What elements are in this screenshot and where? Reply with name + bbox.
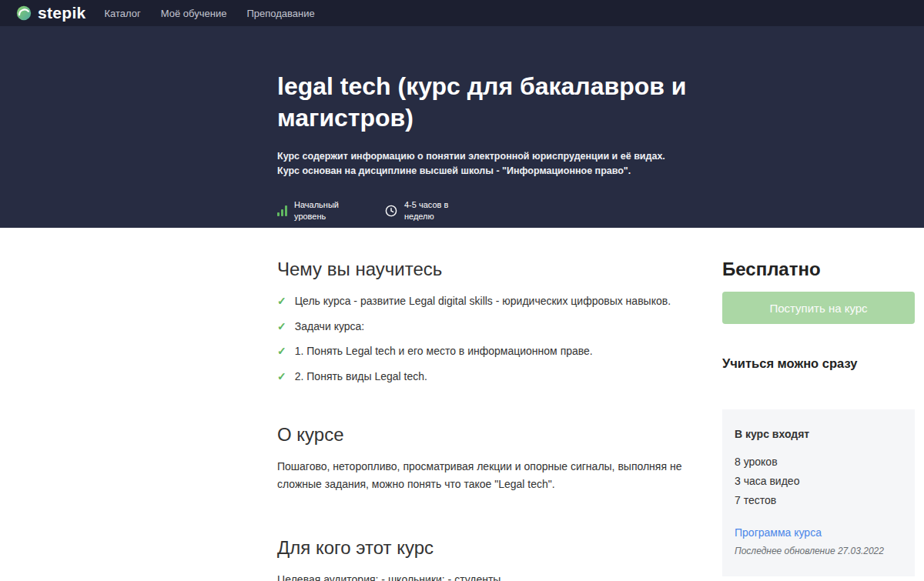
course-badges: Начальный уровень 4-5 часов в неделю [277,199,924,222]
includes-item-video: 3 часа видео [735,475,902,487]
learn-item-text: 2. Понять виды Legal tech. [295,369,427,385]
clock-icon [385,205,397,217]
stepik-logo[interactable]: stepik [15,5,86,22]
level-bars-icon [277,205,287,216]
course-hero: legal tech (курс для бакалавров и магист… [0,26,924,228]
learn-list-item: ✓ Задачи курса: [277,319,685,335]
includes-item-tests: 7 тестов [735,494,902,506]
check-icon: ✓ [277,319,286,335]
about-section-text: Пошагово, неторопливо, просматривая лекц… [277,458,685,493]
check-icon: ✓ [277,344,286,359]
start-anytime-note: Учиться можно сразу [722,356,915,371]
learn-list-item: ✓ 1. Понять Legal tech и его место в инф… [277,344,685,359]
learn-list-item: ✓ 2. Понять виды Legal tech. [277,369,685,385]
check-icon: ✓ [277,294,286,309]
level-badge-label: Начальный уровень [294,199,350,222]
nav-item-catalog[interactable]: Каталог [105,8,141,19]
price-label: Бесплатно [722,259,915,280]
course-title: legal tech (курс для бакалавров и магист… [277,71,708,134]
stepik-logo-text: stepik [38,5,86,21]
nav-item-teaching[interactable]: Преподавание [246,8,314,19]
last-updated-note: Последнее обновление 27.03.2022 [735,546,902,556]
audience-section: Для кого этот курс Целевая аудитория: - … [277,537,685,581]
workload-badge-label: 4-5 часов в неделю [404,199,460,222]
learn-section: Чему вы научитесь ✓ Цель курса - развити… [277,259,685,384]
level-badge: Начальный уровень [277,199,350,222]
includes-list: 8 уроков 3 часа видео 7 тестов [735,456,902,506]
about-section-title: О курсе [277,424,685,446]
learn-section-title: Чему вы научитесь [277,259,685,280]
top-navbar: stepik Каталог Моё обучение Преподавание [0,0,924,26]
syllabus-link[interactable]: Программа курса [735,526,822,539]
course-sidebar: Бесплатно Поступить на курс Учиться можн… [722,259,915,576]
stepik-logo-icon [15,5,32,22]
navbar-links: Каталог Моё обучение Преподавание [105,8,315,19]
learn-item-text: Задачи курса: [295,319,364,335]
course-short-description: Курс содержит информацию о понятии элект… [277,149,689,179]
course-includes-card: В курс входят 8 уроков 3 часа видео 7 те… [722,409,915,576]
learn-item-text: 1. Понять Legal tech и его место в инфор… [295,344,593,359]
learn-item-text: Цель курса - развитие Legal digital skil… [295,294,671,309]
audience-section-title: Для кого этот курс [277,537,685,559]
about-section: О курсе Пошагово, неторопливо, просматри… [277,424,685,493]
page-body: Чему вы научитесь ✓ Цель курса - развити… [0,228,924,581]
learn-list: ✓ Цель курса - развитие Legal digital sk… [277,294,685,384]
course-content-column: Чему вы научитесь ✓ Цель курса - развити… [277,259,685,581]
learn-list-item: ✓ Цель курса - развитие Legal digital sk… [277,294,685,309]
includes-item-lessons: 8 уроков [735,456,902,468]
includes-title: В курс входят [735,428,902,440]
workload-badge: 4-5 часов в неделю [385,199,460,222]
nav-item-my-learning[interactable]: Моё обучение [161,8,227,19]
check-icon: ✓ [277,369,286,385]
audience-section-text: Целевая аудитория: - школьники; - студен… [277,571,685,581]
join-course-button[interactable]: Поступить на курс [722,292,915,324]
